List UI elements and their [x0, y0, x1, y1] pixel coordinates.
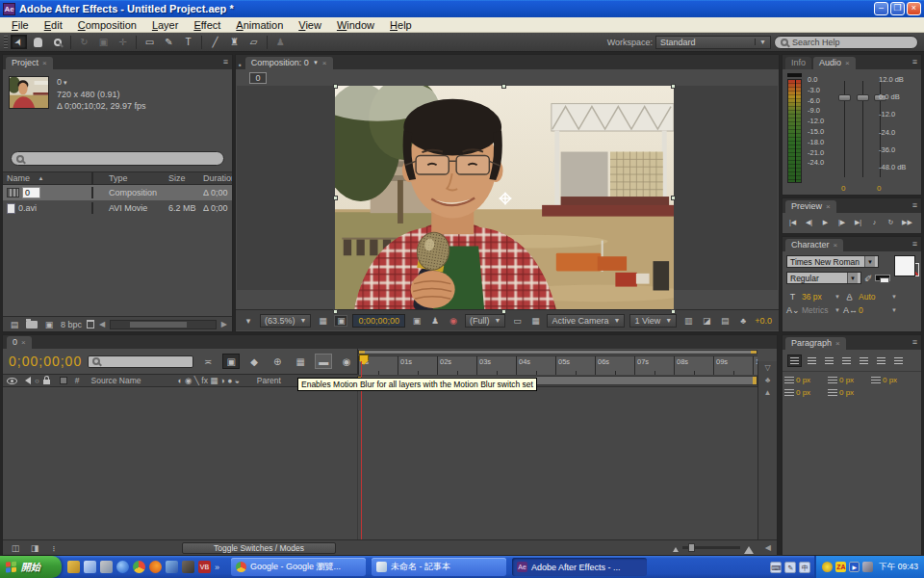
brush-tool[interactable]: ╱ — [207, 35, 223, 49]
lock-icon[interactable]: ▪ — [239, 61, 242, 69]
menu-item[interactable]: Help — [382, 19, 420, 31]
justify-all-button[interactable] — [891, 355, 906, 367]
fill-color-swatch[interactable] — [894, 255, 915, 276]
timeline-search-input[interactable] — [88, 355, 193, 368]
transport-button[interactable]: |◀ — [785, 216, 800, 228]
flowchart-icon[interactable]: ♣ — [736, 315, 750, 327]
media-play-icon[interactable]: ▶ — [849, 562, 860, 572]
selection-handle[interactable] — [671, 309, 676, 314]
transparency-grid-icon[interactable]: ▦ — [528, 315, 542, 327]
type-tool[interactable]: T — [180, 35, 196, 49]
frame-blending-icon[interactable]: ⊕ — [269, 354, 286, 369]
tab-project[interactable]: Project× — [6, 57, 53, 69]
more-icons-chevron[interactable]: » — [215, 563, 219, 572]
expand-layer-switches-icon[interactable]: ◫ — [9, 542, 22, 554]
parent-column[interactable]: Parent — [257, 376, 281, 385]
always-preview-icon[interactable]: ▾ — [242, 315, 255, 327]
menu-item[interactable]: Window — [329, 19, 382, 31]
scroll-right-icon[interactable]: ▶ — [221, 320, 227, 328]
zoom-tool[interactable] — [49, 35, 65, 49]
selection-handle[interactable] — [671, 84, 676, 89]
transport-button[interactable]: ◀| — [802, 216, 816, 228]
project-search-input[interactable] — [11, 151, 224, 166]
number-column[interactable]: # — [75, 376, 80, 385]
keyboard-icon[interactable]: ⌨ — [770, 562, 782, 573]
restore-button[interactable]: ❐ — [890, 2, 905, 15]
show-desktop-icon[interactable] — [67, 561, 80, 573]
tab-preview[interactable]: Preview× — [785, 200, 836, 213]
pen-input-icon[interactable]: ✎ — [784, 562, 796, 573]
minimize-button[interactable]: – — [874, 2, 888, 15]
interpret-footage-icon[interactable]: ▤ — [8, 319, 21, 330]
vb-icon[interactable]: VB — [198, 561, 211, 573]
menu-item[interactable]: Layer — [144, 19, 187, 31]
current-timecode[interactable]: 0;00;00;00 — [9, 354, 82, 369]
panel-menu-icon[interactable]: ≡ — [912, 240, 917, 249]
transport-button[interactable]: ▶ — [818, 216, 833, 228]
firefox-icon[interactable] — [149, 561, 162, 573]
close-button[interactable]: × — [907, 2, 921, 15]
puppet-pin-tool[interactable]: ♟ — [272, 35, 289, 49]
safe-zones-icon[interactable]: ▦ — [316, 315, 329, 327]
eyedropper-icon[interactable]: ✎ — [863, 274, 874, 281]
zonealarm-icon[interactable]: ZA — [835, 562, 846, 572]
task-after-effects[interactable]: Ae Adobe After Effects - ... — [512, 558, 647, 576]
rotate-tool[interactable]: ↻ — [76, 35, 92, 49]
hand-tool[interactable] — [30, 35, 46, 49]
audio-column-icon[interactable] — [21, 377, 31, 384]
lock-column-icon[interactable] — [43, 380, 50, 384]
snapshot-icon[interactable]: ▣ — [410, 315, 424, 327]
justify-last-left-button[interactable] — [839, 355, 854, 367]
viewer-timecode[interactable]: 0;00;00;00 — [352, 314, 405, 328]
selection-handle[interactable] — [333, 84, 338, 89]
comp-marker-icon[interactable]: ▽ — [764, 363, 770, 372]
indent-field[interactable]: 0 px — [828, 376, 871, 384]
chrome-icon[interactable] — [133, 561, 145, 573]
justify-last-center-button[interactable] — [857, 355, 871, 367]
align-right-button[interactable] — [822, 355, 836, 367]
task-notepad[interactable]: 未命名 - 記事本 — [372, 558, 506, 576]
draft-3d-icon[interactable]: ▣ — [222, 354, 240, 369]
task-google-chrome[interactable]: Google - Google 瀏覽... — [231, 558, 366, 576]
menu-item[interactable]: View — [291, 19, 329, 31]
timeline-button-icon[interactable]: ▤ — [718, 315, 732, 327]
timeline-vscrollbar[interactable]: ▽ ♣ ▲ — [757, 361, 777, 539]
project-table-header[interactable]: Name ▲ Type Size Duration — [3, 171, 232, 185]
font-family-select[interactable]: Times New Roman▼ — [786, 255, 879, 268]
time-ruler-zone[interactable]: 0s01s02s03s04s05s06s07s08s09s10s — [357, 349, 757, 375]
new-folder-icon[interactable] — [26, 321, 38, 328]
trash-icon[interactable] — [87, 320, 94, 328]
tab-composition[interactable]: Composition: 0 ▼ × — [245, 57, 333, 69]
level-slider-master[interactable] — [862, 81, 863, 177]
indent-field[interactable]: 0 px — [784, 388, 828, 397]
panel-menu-icon[interactable]: ≡ — [912, 58, 917, 66]
tray-smiley-icon[interactable] — [822, 562, 833, 572]
project-hscrollbar[interactable] — [110, 320, 217, 329]
selection-handle[interactable] — [501, 309, 506, 314]
menu-item[interactable]: Animation — [228, 19, 291, 31]
tab-timeline-comp[interactable]: 0× — [7, 336, 32, 349]
ime-mode-icon[interactable]: 中 — [799, 562, 810, 573]
pen-tool[interactable]: ✎ — [161, 35, 177, 49]
tab-character[interactable]: Character× — [785, 239, 843, 251]
menu-item[interactable]: File — [4, 19, 37, 31]
level-slider-left[interactable] — [844, 81, 845, 177]
selection-tool[interactable]: ➤ — [11, 35, 27, 49]
scroll-thumb[interactable]: ▲ — [764, 388, 772, 397]
media-player-icon[interactable] — [166, 561, 178, 573]
start-button[interactable]: 開始 — [0, 556, 62, 578]
composition-viewer[interactable] — [237, 86, 778, 290]
selection-handle[interactable] — [333, 309, 338, 314]
bit-depth[interactable]: 8 bpc — [61, 320, 82, 329]
view-layout-select[interactable]: 1 View▼ — [629, 314, 677, 328]
time-navigator-bar[interactable] — [358, 350, 757, 355]
selection-handle[interactable] — [671, 196, 676, 200]
level-value-left[interactable]: 0 — [841, 184, 845, 193]
channels-icon[interactable]: ◉ — [447, 315, 460, 327]
zoom-out-icon[interactable] — [673, 544, 679, 552]
tab-paragraph[interactable]: Paragraph× — [785, 337, 846, 350]
indent-field[interactable]: 0 px — [871, 376, 914, 384]
workspace-select[interactable]: Standard ▼ — [655, 36, 771, 49]
motion-blur-layers-icon[interactable]: ▦ — [292, 354, 309, 369]
align-left-button[interactable] — [787, 355, 802, 367]
